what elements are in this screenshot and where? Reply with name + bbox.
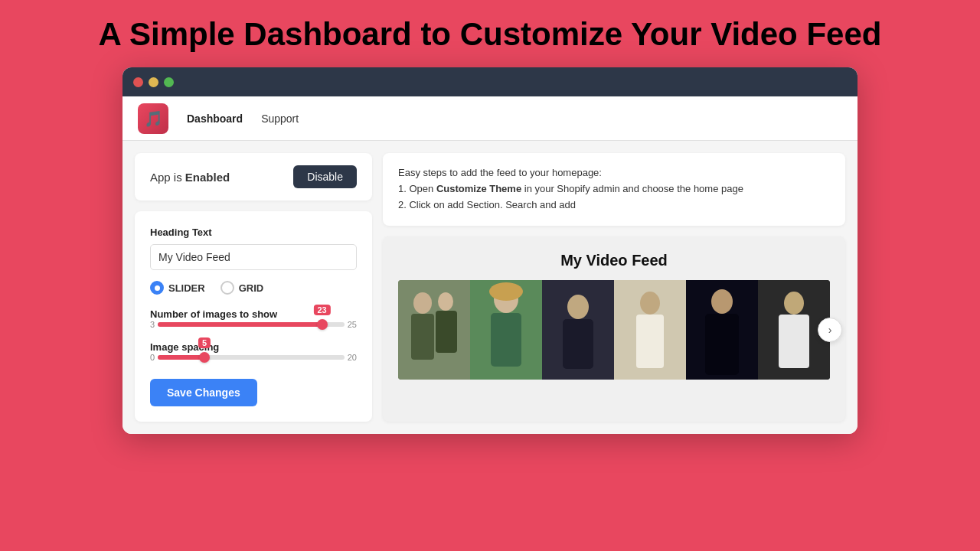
disable-button[interactable]: Disable — [293, 165, 357, 188]
info-step1: 1. Open Customize Theme in your Shopify … — [398, 181, 830, 197]
step1-link: Customize Theme — [436, 183, 521, 194]
logo-icon: 🎵 — [144, 109, 163, 128]
slider-radio[interactable] — [150, 281, 164, 295]
video-feed — [398, 280, 830, 380]
maximize-dot — [164, 77, 174, 87]
info-step2: 2. Click on add Section. Search and add — [398, 197, 830, 214]
svg-rect-8 — [491, 313, 521, 367]
status-text: App is Enabled — [150, 171, 230, 184]
feed-container: › — [398, 280, 830, 380]
images-slider-section: Number of images to show 3 23 — [150, 308, 357, 329]
thumbnail-1 — [398, 280, 470, 380]
spacing-value-badge: 5 — [198, 337, 211, 348]
close-dot — [133, 77, 143, 87]
svg-point-10 — [567, 295, 589, 319]
nav-bar: 🎵 Dashboard Support — [122, 96, 858, 141]
thumbnail-2 — [470, 280, 542, 380]
svg-point-19 — [784, 292, 804, 315]
slider-label: SLIDER — [168, 282, 205, 294]
grid-label: GRID — [239, 282, 264, 294]
spacing-min: 0 — [150, 353, 155, 362]
svg-point-16 — [711, 289, 733, 314]
left-panel: App is Enabled Disable Heading Text SLID… — [135, 153, 372, 422]
step1-pre: 1. Open — [398, 183, 436, 194]
svg-point-3 — [438, 292, 453, 311]
svg-rect-20 — [779, 315, 809, 368]
images-min: 3 — [150, 320, 155, 329]
nav-link-dashboard[interactable]: Dashboard — [187, 112, 243, 125]
page-title: A Simple Dashboard to Customize Your Vid… — [99, 15, 882, 54]
svg-rect-4 — [436, 311, 457, 353]
preview-card: My Video Feed — [383, 236, 845, 422]
preview-title: My Video Feed — [398, 252, 830, 269]
svg-point-7 — [489, 282, 523, 301]
spacing-slider-label: Image spacing — [150, 341, 357, 353]
info-intro: Easy steps to add the feed to your homep… — [398, 165, 830, 181]
nav-link-support[interactable]: Support — [261, 112, 299, 125]
next-button[interactable]: › — [818, 318, 842, 342]
step1-post: in your Shopify admin and choose the hom… — [521, 183, 743, 194]
status-prefix: App is — [150, 171, 185, 184]
slider-option[interactable]: SLIDER — [150, 281, 205, 295]
images-track: 23 — [158, 322, 345, 327]
spacing-slider-section: Image spacing 0 5 — [150, 341, 357, 362]
browser-titlebar — [122, 67, 858, 96]
images-fill — [158, 322, 322, 327]
spacing-fill — [158, 355, 204, 360]
images-max: 25 — [348, 320, 357, 329]
svg-rect-17 — [705, 314, 739, 375]
svg-point-13 — [640, 292, 660, 315]
status-word: Enabled — [185, 171, 230, 184]
thumbnail-5 — [686, 280, 758, 380]
spacing-track: 5 — [158, 355, 345, 360]
heading-input[interactable] — [150, 244, 357, 270]
info-card: Easy steps to add the feed to your homep… — [383, 153, 845, 225]
images-thumb[interactable]: 23 — [317, 319, 328, 330]
spacing-thumb[interactable]: 5 — [199, 352, 210, 363]
layout-radio-group: SLIDER GRID — [150, 281, 357, 295]
svg-point-1 — [413, 292, 432, 314]
settings-card: Heading Text SLIDER GRID — [135, 211, 372, 422]
minimize-dot — [149, 77, 158, 87]
svg-rect-11 — [563, 319, 593, 369]
grid-option[interactable]: GRID — [220, 281, 264, 295]
svg-rect-2 — [411, 314, 434, 360]
spacing-max: 20 — [348, 353, 357, 362]
browser-content: 🎵 Dashboard Support App is Enabled Disab… — [122, 96, 858, 434]
right-panel: Easy steps to add the feed to your homep… — [383, 153, 845, 422]
thumbnail-4 — [614, 280, 686, 380]
svg-rect-14 — [636, 315, 664, 368]
app-logo: 🎵 — [138, 103, 168, 134]
images-value-badge: 23 — [313, 305, 330, 315]
heading-label: Heading Text — [150, 227, 357, 238]
main-area: App is Enabled Disable Heading Text SLID… — [122, 141, 858, 434]
grid-radio[interactable] — [220, 281, 234, 295]
browser-window: 🎵 Dashboard Support App is Enabled Disab… — [122, 67, 858, 434]
thumbnail-3 — [542, 280, 614, 380]
status-card: App is Enabled Disable — [135, 153, 372, 201]
save-button[interactable]: Save Changes — [150, 379, 257, 406]
